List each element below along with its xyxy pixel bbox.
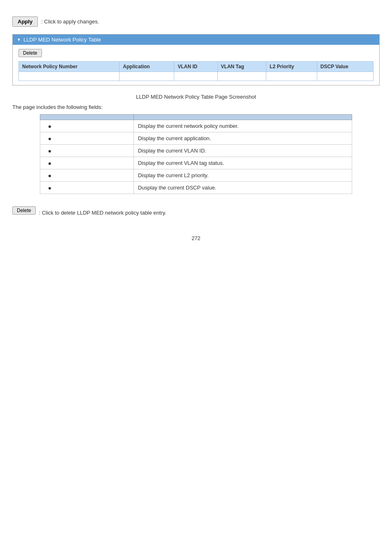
description-table: Display the current network policy numbe… bbox=[40, 114, 352, 194]
bullet-icon bbox=[48, 138, 51, 140]
policy-table: Network Policy Number Application VLAN I… bbox=[18, 61, 374, 81]
lldp-panel: ▼ LLDP MED Network Policy Table Delete N… bbox=[12, 34, 380, 86]
desc-description-cell: Dusplay the current DSCP value. bbox=[134, 182, 352, 194]
desc-description-cell: Display the current L2 priority. bbox=[134, 169, 352, 182]
desc-description-cell: Display the current VLAN tag status. bbox=[134, 157, 352, 169]
apply-section: Apply : Click to apply changes. bbox=[12, 16, 380, 27]
page-number: 272 bbox=[12, 235, 380, 241]
col-vlan-id: VLAN ID bbox=[174, 62, 217, 72]
desc-header-row bbox=[40, 115, 352, 120]
bullet-icon bbox=[48, 187, 51, 190]
desc-field-cell bbox=[40, 120, 134, 132]
desc-table-row: Display the current network policy numbe… bbox=[40, 120, 352, 132]
panel-title: LLDP MED Network Policy Table bbox=[23, 37, 101, 43]
panel-header: ▼ LLDP MED Network Policy Table bbox=[13, 35, 379, 45]
desc-description-cell: Display the current network policy numbe… bbox=[134, 120, 352, 132]
table-header-row: Network Policy Number Application VLAN I… bbox=[19, 62, 374, 72]
apply-description: : Click to apply changes. bbox=[41, 18, 99, 25]
col-dscp-value: DSCP Value bbox=[317, 62, 373, 72]
desc-field-cell bbox=[40, 182, 134, 194]
desc-description-cell: Display the current application. bbox=[134, 132, 352, 145]
delete-button-panel[interactable]: Delete bbox=[18, 49, 42, 57]
desc-col2-header bbox=[134, 115, 352, 120]
panel-arrow-icon: ▼ bbox=[17, 37, 21, 42]
desc-table-row: Dusplay the current DSCP value. bbox=[40, 182, 352, 194]
bullet-icon bbox=[48, 150, 51, 153]
desc-field-cell bbox=[40, 157, 134, 169]
apply-button[interactable]: Apply bbox=[12, 16, 38, 27]
desc-table-row: Display the current VLAN ID. bbox=[40, 145, 352, 157]
screenshot-caption: LLDP MED Network Policy Table Page Scree… bbox=[12, 94, 380, 100]
desc-table-row: Display the current L2 priority. bbox=[40, 169, 352, 182]
col-application: Application bbox=[120, 62, 174, 72]
desc-field-cell bbox=[40, 169, 134, 182]
desc-description-cell: Display the current VLAN ID. bbox=[134, 145, 352, 157]
fields-intro: The page includes the following fields: bbox=[12, 104, 380, 110]
desc-field-cell bbox=[40, 132, 134, 145]
bullet-icon bbox=[48, 175, 51, 177]
panel-body: Delete Network Policy Number Application… bbox=[13, 45, 379, 85]
delete-button[interactable]: Delete bbox=[12, 206, 36, 215]
col-l2-priority: L2 Priority bbox=[266, 62, 317, 72]
delete-section: Delete : Click to delete LLDP MED networ… bbox=[12, 206, 380, 219]
desc-table-row: Display the current VLAN tag status. bbox=[40, 157, 352, 169]
desc-col1-header bbox=[40, 115, 134, 120]
desc-table-row: Display the current application. bbox=[40, 132, 352, 145]
col-vlan-tag: VLAN Tag bbox=[217, 62, 266, 72]
bullet-icon bbox=[48, 162, 51, 165]
col-network-policy-number: Network Policy Number bbox=[19, 62, 120, 72]
desc-field-cell bbox=[40, 145, 134, 157]
delete-description: : Click to delete LLDP MED network polic… bbox=[39, 210, 166, 216]
table-row bbox=[19, 72, 374, 81]
bullet-icon bbox=[48, 125, 51, 128]
